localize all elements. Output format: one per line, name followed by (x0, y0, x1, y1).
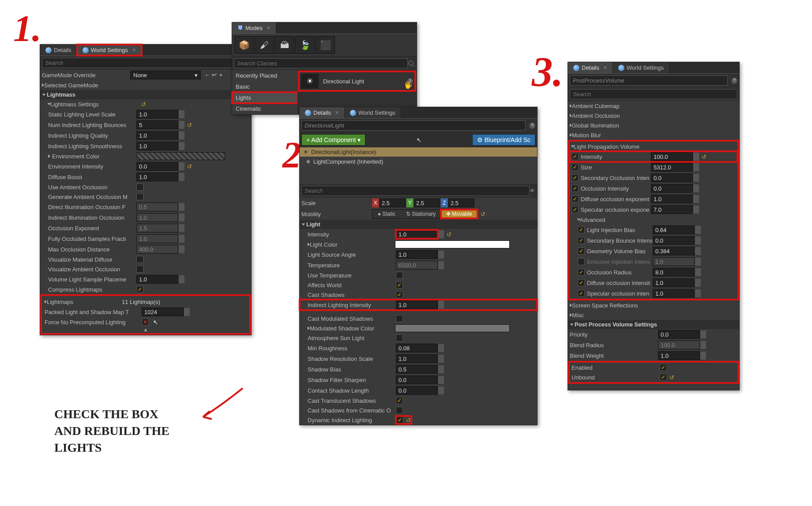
cast-translucent-checkbox[interactable] (396, 397, 403, 404)
spinner[interactable] (438, 365, 444, 373)
close-icon[interactable]: ✕ (267, 25, 271, 31)
tab-details[interactable]: Details✕ (300, 107, 345, 118)
light-color-swatch[interactable] (395, 240, 510, 248)
prop-label[interactable]: Modulated Shadow Color (310, 325, 395, 332)
search-input[interactable] (42, 58, 249, 68)
indirect-lighting-intensity-field[interactable]: 1.0 (396, 300, 438, 309)
tab-world-settings[interactable]: World Settings✕ (77, 45, 142, 56)
use-temperature-checkbox[interactable] (396, 272, 403, 279)
shadow-filter-field[interactable]: 0.0 (396, 375, 438, 384)
lpv-occl-int-override-checkbox[interactable] (571, 185, 579, 192)
lpv-intensity-override-checkbox[interactable] (571, 153, 579, 160)
spinner[interactable] (700, 341, 706, 349)
viz-material-diffuse-checkbox[interactable] (136, 256, 143, 263)
spinner[interactable] (693, 174, 699, 182)
spinner[interactable] (693, 184, 699, 192)
use-ao-checkbox[interactable] (136, 184, 143, 191)
search-input[interactable] (570, 89, 737, 99)
search-classes-input[interactable] (234, 58, 408, 68)
paint-mode-icon[interactable]: 🖌 (255, 36, 274, 54)
diffuse-boost-field[interactable]: 1.0 (136, 172, 178, 181)
spinner[interactable] (695, 236, 701, 244)
section-ambient-occlusion[interactable]: Ambient Occlusion (572, 112, 660, 119)
instance-row[interactable]: ☀DirectionalLight(Instance) (300, 147, 537, 157)
spinner[interactable] (179, 275, 184, 283)
spinner[interactable] (695, 226, 701, 234)
prop-label[interactable]: Lightmaps (47, 299, 122, 305)
spinner[interactable] (438, 261, 444, 269)
info-icon[interactable]: ? (731, 78, 737, 84)
indirect-smoothness-field[interactable]: 1.0 (136, 142, 178, 150)
diff-occl-int-field[interactable]: 1.0 (653, 278, 695, 287)
emissive-inj-override-checkbox[interactable] (578, 258, 585, 265)
close-icon[interactable]: ✕ (603, 65, 607, 71)
occl-radius-override-checkbox[interactable] (578, 269, 585, 276)
packed-lm-size-field[interactable]: 1024 (142, 307, 184, 316)
eye-icon[interactable]: 👁 (530, 187, 535, 194)
lightmass-settings-label[interactable]: Lightmass Settings (50, 101, 139, 108)
spinner[interactable] (179, 131, 184, 139)
cat-lights[interactable]: Lights (232, 92, 297, 103)
environment-color-swatch[interactable] (137, 152, 225, 160)
temperature-field[interactable]: 6500.0 (396, 261, 438, 270)
gamemode-dropdown[interactable]: None▾ (130, 71, 201, 79)
reset-icon[interactable]: ↺ (669, 374, 674, 381)
tab-details[interactable]: Details (40, 45, 77, 56)
diff-occl-exp-field[interactable]: 1.0 (651, 195, 693, 203)
blueprint-add-button[interactable]: ⚙Blueprint/Add Sc (472, 134, 535, 146)
environment-intensity-field[interactable]: 0.0 (136, 162, 178, 171)
compress-lightmaps-checkbox[interactable] (136, 286, 143, 293)
volume-light-sample-field[interactable]: 1.0 (136, 275, 178, 284)
spinner[interactable] (179, 121, 184, 129)
spinner[interactable] (695, 268, 701, 276)
geometry-mode-icon[interactable]: ⬛ (316, 36, 335, 54)
geometry-volume-bias-field[interactable]: 0.384 (653, 247, 695, 255)
close-icon[interactable]: ✕ (335, 110, 339, 116)
spinner[interactable] (179, 203, 184, 211)
viz-ao-checkbox[interactable] (136, 266, 143, 273)
indirect-quality-field[interactable]: 1.0 (136, 131, 178, 140)
num-indirect-bounces-field[interactable]: 5 (136, 120, 178, 129)
section-motion-blur[interactable]: Motion Blur (572, 132, 660, 139)
geom-vol-bias-override-checkbox[interactable] (578, 247, 585, 255)
prop-label[interactable]: Environment Color (52, 153, 137, 160)
spinner[interactable] (179, 224, 184, 232)
spec-occl-int-override-checkbox[interactable] (578, 290, 585, 297)
spinner[interactable] (438, 230, 444, 238)
scale-x-field[interactable]: 2.5 (379, 199, 406, 207)
lpv-size-override-checkbox[interactable] (571, 164, 579, 171)
light-inj-bias-override-checkbox[interactable] (578, 226, 585, 233)
spinner[interactable] (179, 110, 184, 118)
blend-radius-field[interactable]: 100.0 (658, 341, 700, 349)
contact-shadow-field[interactable]: 0.0 (396, 386, 438, 395)
light-component-label[interactable]: LightComponent (Inherited) (313, 158, 383, 165)
spinner[interactable] (438, 376, 444, 384)
tab-modes[interactable]: ⛊Modes✕ (232, 22, 276, 34)
section-ppv-settings[interactable]: Post Process Volume Settings (568, 320, 739, 329)
section-misc[interactable]: Misc (572, 312, 660, 319)
shadow-resolution-field[interactable]: 1.0 (396, 354, 438, 363)
max-occlusion-distance-field[interactable]: 400.0 (136, 245, 178, 254)
lpv-size-field[interactable]: 5312.0 (651, 163, 693, 172)
spinner[interactable] (179, 214, 184, 221)
mobility-selector[interactable]: ● Static ⇅ Stationary ✥ Movable (372, 209, 478, 219)
section-lightmass[interactable]: Lightmass (40, 90, 251, 99)
lpv-intensity-field[interactable]: 100.0 (651, 152, 693, 161)
spinner[interactable] (695, 247, 701, 255)
diff-occl-int-override-checkbox[interactable] (578, 279, 585, 286)
spinner[interactable] (179, 235, 184, 243)
lpv-sec-occl-override-checkbox[interactable] (571, 174, 579, 181)
place-mode-icon[interactable]: 📦 (234, 36, 254, 54)
spinner[interactable] (179, 245, 184, 253)
unbound-checkbox[interactable] (660, 374, 667, 381)
cat-recently-placed[interactable]: Recently Placed (232, 70, 297, 81)
occlusion-intensity-field[interactable]: 0.0 (651, 184, 693, 193)
info-icon[interactable]: ? (529, 123, 535, 129)
atmosphere-sun-checkbox[interactable] (396, 334, 403, 341)
scale-y-field[interactable]: 2.5 (414, 199, 440, 207)
section-ssr[interactable]: Screen Space Reflections (572, 302, 660, 309)
spinner[interactable] (179, 142, 184, 150)
cat-basic[interactable]: Basic (232, 81, 297, 92)
spinner[interactable] (179, 173, 184, 181)
fully-occluded-field[interactable]: 1.0 (136, 234, 178, 243)
